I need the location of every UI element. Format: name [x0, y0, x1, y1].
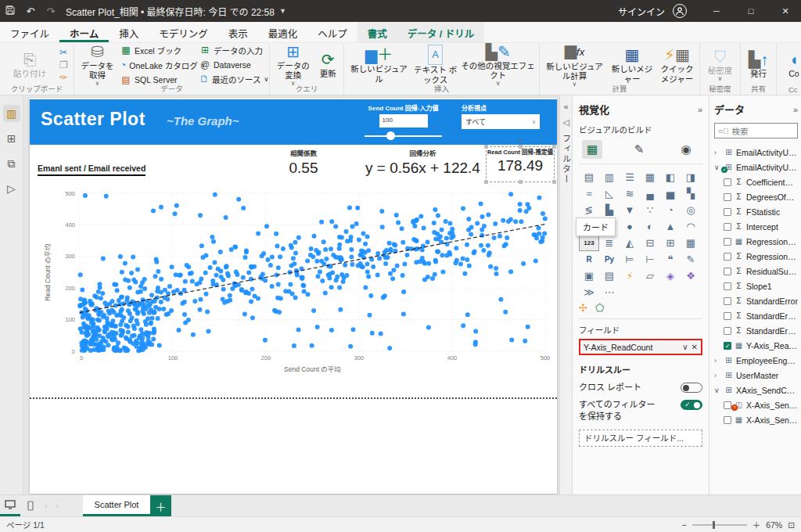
- format-visual-tab-icon[interactable]: ✎: [629, 140, 649, 159]
- desktop-view-icon[interactable]: [0, 495, 20, 516]
- remove-field-icon[interactable]: ✕: [691, 343, 698, 351]
- table-item-XAxis_SendCount[interactable]: ∨⊞XAxis_SendCount: [714, 383, 798, 397]
- ribbon-tab[interactable]: 挿入: [109, 22, 149, 42]
- expand-icon[interactable]: ›: [714, 372, 721, 379]
- waterfall-chart-icon[interactable]: ▙: [599, 202, 620, 218]
- more-visuals-button[interactable]: ▙✎ その他の視覚エフェクト∨: [461, 43, 535, 87]
- matrix-icon[interactable]: ▦: [681, 235, 701, 251]
- page-tab-scatter-plot[interactable]: Scatter Plot: [83, 495, 150, 516]
- additional-visual-icon-2[interactable]: ⬠: [595, 302, 604, 314]
- field-checkbox[interactable]: [724, 238, 731, 246]
- smart-narrative-icon[interactable]: ✎: [681, 251, 701, 268]
- line-chart-icon[interactable]: ≈: [579, 185, 599, 202]
- slider-thumb[interactable]: [386, 131, 395, 140]
- table-item-EmailActivityUserDetai[interactable]: ∨⊞✓EmailActivityUserDetai...: [714, 160, 798, 174]
- clustered-bar-chart-icon[interactable]: ☰: [620, 169, 640, 185]
- collapse-icon[interactable]: ∨: [714, 386, 721, 394]
- arcgis-map-icon[interactable]: ◈: [660, 268, 681, 284]
- keep-filters-toggle[interactable]: ✓: [681, 400, 702, 410]
- gauge-icon[interactable]: ◠: [681, 218, 701, 235]
- field-checkbox[interactable]: [724, 416, 731, 424]
- expand-icon[interactable]: ›: [714, 357, 721, 365]
- field-item-StandardErrorSl[interactable]: ΣStandardErrorSl...: [714, 323, 798, 338]
- publish-button[interactable]: ▙↑ 発行: [745, 50, 772, 78]
- line-stacked-column-chart-icon[interactable]: ▄: [640, 185, 660, 202]
- additional-visual-icon-1[interactable]: ✣: [579, 302, 587, 314]
- shape-map-icon[interactable]: ◐: [640, 218, 660, 235]
- field-item-StandardErrorIn[interactable]: ΣStandardErrorIn...: [714, 308, 798, 323]
- field-pill-yaxis-readcount[interactable]: Y-Axis_ReadCount ∨ ✕: [579, 339, 702, 355]
- ribbon-tab[interactable]: ヘルプ: [307, 22, 357, 42]
- get-data-button[interactable]: ⛁ データを取得∨: [78, 43, 117, 87]
- more-visuals-icon[interactable]: ⋯: [599, 284, 620, 300]
- build-visual-tab-icon[interactable]: ▦: [582, 140, 602, 159]
- metrics-icon[interactable]: ▣: [579, 268, 599, 284]
- field-item-Slope1[interactable]: ΣSlope1: [714, 279, 798, 293]
- field-checkbox[interactable]: [724, 223, 731, 231]
- scatter-chart-icon[interactable]: ∵: [640, 202, 660, 218]
- analysis-view-select[interactable]: すべて ∨: [462, 114, 540, 129]
- custom-visual-icon[interactable]: ❖: [681, 268, 701, 284]
- field-checkbox[interactable]: ✓: [724, 342, 731, 350]
- field-item-RegressionLine[interactable]: ▦RegressionLine: [714, 234, 798, 249]
- filter-funnel-icon[interactable]: ◁: [562, 117, 569, 128]
- donut-chart-icon[interactable]: ◎: [681, 202, 701, 218]
- line-clustered-column-chart-icon[interactable]: ▅: [660, 185, 681, 202]
- zoom-slider[interactable]: [692, 524, 747, 526]
- field-item-StandardError[interactable]: ΣStandardError: [714, 293, 798, 308]
- regression-card[interactable]: 回帰分析 y = 0.56x + 122.4: [354, 148, 491, 177]
- report-view-icon[interactable]: ▥: [3, 105, 20, 122]
- field-item-Y-Axis_ReadCou[interactable]: ✓▦Y-Axis_ReadCou...: [714, 338, 798, 353]
- ribbon-tab[interactable]: ファイル: [0, 22, 59, 42]
- python-icon[interactable]: Py: [599, 251, 620, 268]
- expand-filters-icon[interactable]: «: [563, 102, 568, 111]
- power-apps-icon[interactable]: ▱: [640, 268, 660, 284]
- new-visual-button[interactable]: ▆＋ 新しいビジュアル: [348, 45, 410, 83]
- card-icon[interactable]: 123: [579, 235, 599, 251]
- zoom-in-icon[interactable]: ＋: [753, 519, 761, 530]
- new-measure-button[interactable]: ▦ 新しいメジャー: [609, 45, 655, 83]
- ribbon-tab[interactable]: 最適化: [258, 22, 308, 42]
- field-checkbox[interactable]: [724, 312, 731, 320]
- table-item-EmailActivityUserDetail[interactable]: ›⊞EmailActivityUserDetail: [714, 145, 798, 160]
- field-item-X-Axis_SendCou[interactable]: ◫?X-Axis_SendCou...: [714, 397, 798, 412]
- expand-icon[interactable]: ›: [714, 149, 721, 156]
- field-checkbox[interactable]: [724, 297, 731, 305]
- paginated-report-icon[interactable]: ▤: [599, 268, 620, 284]
- 100-stacked-column-chart-icon[interactable]: ◨: [681, 169, 701, 185]
- enter-data-button[interactable]: ⊞データの入力: [199, 45, 265, 56]
- collapse-pane-icon[interactable]: »: [698, 105, 702, 114]
- fit-to-page-icon[interactable]: ⊡: [788, 520, 795, 530]
- field-checkbox[interactable]: [724, 282, 731, 290]
- model-view-icon[interactable]: ⧉: [3, 155, 20, 172]
- regression-slider[interactable]: [358, 132, 448, 140]
- cut-icon[interactable]: ✂: [59, 47, 68, 58]
- cross-report-toggle[interactable]: [681, 383, 702, 393]
- ribbon-chart-icon[interactable]: ≶: [579, 202, 599, 218]
- power-automate-icon[interactable]: ≫: [579, 284, 599, 300]
- close-button[interactable]: ✕: [770, 0, 801, 22]
- excel-workbook-button[interactable]: ▦Excel ブック: [120, 45, 196, 56]
- drillthrough-field-dropzone[interactable]: ドリルスルー フィールド...: [579, 430, 702, 447]
- pie-chart-icon[interactable]: ◔: [660, 202, 681, 218]
- refresh-button[interactable]: ⟳ 更新: [316, 50, 339, 78]
- copilot-button[interactable]: ◖ Co: [781, 50, 801, 78]
- title-dropdown-icon[interactable]: ▼: [279, 7, 286, 15]
- zoom-slider-thumb[interactable]: [713, 521, 715, 529]
- analytics-tab-icon[interactable]: ◉: [676, 140, 696, 159]
- kpi-icon[interactable]: ◭: [620, 235, 640, 251]
- 100-stacked-bar-chart-icon[interactable]: ◧: [660, 169, 681, 185]
- ribbon-tab[interactable]: データ / ドリル: [397, 22, 484, 42]
- regression-input-field[interactable]: 100: [379, 114, 428, 128]
- paste-button[interactable]: ⎘ 貼り付け: [4, 50, 56, 78]
- table-icon[interactable]: ⊞: [660, 235, 681, 251]
- r-script-icon[interactable]: R: [579, 251, 599, 268]
- key-influencers-icon[interactable]: ⊨: [620, 251, 640, 268]
- signin-link[interactable]: サインイン: [618, 5, 665, 18]
- data-search-box[interactable]: ○⃯ 検索: [714, 123, 798, 138]
- text-box-button[interactable]: A テキスト ボックス: [414, 45, 457, 84]
- field-checkbox[interactable]: [724, 268, 731, 275]
- field-item-RegressionSum[interactable]: ΣRegressionSum...: [714, 249, 798, 264]
- correlation-card[interactable]: 相関係数 0.55: [271, 148, 336, 177]
- combo-chart-icon[interactable]: ▚: [681, 185, 701, 202]
